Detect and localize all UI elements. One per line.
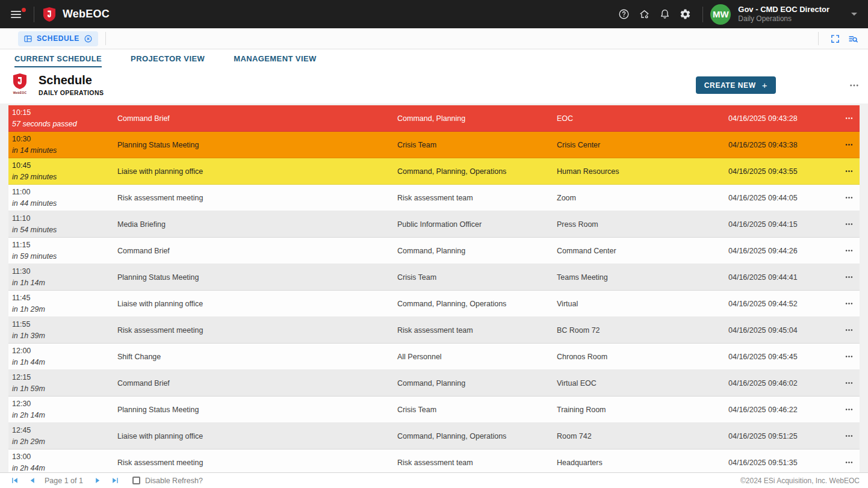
row-location: Chronos Room (557, 353, 728, 361)
webeoc-shield-logo-icon (43, 7, 56, 22)
row-updated-timestamp: 04/16/2025 09:46:02 (728, 379, 838, 388)
row-time: 10:30 (12, 134, 117, 144)
row-teams: Public Information Officer (397, 220, 557, 229)
settings-gear-icon[interactable] (675, 4, 695, 25)
user-menu-caret-icon[interactable] (851, 13, 857, 16)
row-more-options-icon[interactable] (838, 431, 860, 440)
user-info[interactable]: Gov - CMD EOC Director Daily Operations (738, 5, 829, 23)
fullscreen-icon[interactable] (826, 29, 844, 48)
schedule-row[interactable]: 10:30 in 14 minutes Planning Status Meet… (8, 132, 860, 158)
row-more-options-icon[interactable] (838, 273, 860, 282)
board-header: WebEOC Schedule DAILY OPERATIONS CREATE … (0, 67, 868, 103)
row-time: 12:00 (12, 345, 117, 356)
row-more-options-icon[interactable] (838, 352, 860, 361)
tab-current-schedule[interactable]: CURRENT SCHEDULE (14, 49, 102, 67)
row-countdown: in 2h 29m (12, 436, 117, 447)
create-new-button[interactable]: CREATE NEW + (696, 76, 776, 94)
row-more-options-icon[interactable] (838, 326, 860, 335)
row-more-options-icon[interactable] (838, 299, 860, 308)
row-description: Command Brief (117, 114, 397, 123)
row-time: 11:15 (12, 239, 117, 250)
disable-refresh-control[interactable]: Disable Refresh? (132, 477, 203, 485)
schedule-row[interactable]: 12:00 in 1h 44m Shift Change All Personn… (8, 344, 860, 370)
menu-hamburger-button[interactable] (6, 5, 30, 24)
row-more-options-icon[interactable] (838, 220, 860, 229)
row-more-options-icon[interactable] (838, 246, 860, 255)
help-icon[interactable] (613, 4, 634, 25)
app-title: WebEOC (63, 8, 110, 20)
row-updated-timestamp: 04/16/2025 09:51:25 (728, 432, 838, 440)
schedule-row[interactable]: 10:15 57 seconds passed Command Brief Co… (8, 105, 860, 132)
row-countdown: in 54 minutes (12, 224, 117, 235)
row-description: Liaise with planning office (117, 300, 397, 308)
row-time-cell: 11:55 in 1h 39m (12, 319, 117, 341)
schedule-row[interactable]: 11:30 in 1h 14m Planning Status Meeting … (8, 264, 860, 291)
row-teams: Command, Planning (397, 114, 557, 123)
copyright-text: ©2024 ESi Acquisition, Inc. WebEOC (740, 477, 860, 485)
row-description: Planning Status Meeting (117, 141, 397, 149)
board-more-options-icon[interactable] (846, 81, 863, 90)
schedule-row[interactable]: 10:45 in 29 minutes Liaise with planning… (8, 158, 860, 185)
row-more-options-icon[interactable] (838, 458, 860, 467)
schedule-row[interactable]: 11:00 in 44 minutes Risk assessment meet… (8, 185, 860, 211)
tab-projector-view[interactable]: PROJECTOR VIEW (131, 49, 205, 67)
row-location: Room 742 (557, 432, 728, 440)
row-location: Virtual (557, 300, 728, 308)
previous-page-icon[interactable] (28, 477, 36, 484)
schedule-row[interactable]: 11:15 in 59 minutes Command Brief Comman… (8, 238, 860, 264)
plus-icon: + (762, 80, 767, 90)
schedule-row[interactable]: 11:10 in 54 minutes Media Briefing Publi… (8, 211, 860, 238)
row-description: Planning Status Meeting (117, 273, 397, 282)
row-time-cell: 11:15 in 59 minutes (12, 239, 117, 261)
row-teams: Crisis Team (397, 273, 557, 282)
row-teams: Command, Planning (397, 379, 557, 388)
row-teams: Crisis Team (397, 406, 557, 414)
open-boards-tabstrip: SCHEDULE (0, 28, 868, 49)
row-location: Virtual EOC (557, 379, 728, 388)
page-indicator: Page 1 of 1 (45, 477, 83, 485)
disable-refresh-checkbox[interactable] (132, 477, 140, 484)
last-page-icon[interactable] (111, 477, 119, 484)
row-more-options-icon[interactable] (838, 140, 860, 149)
schedule-row[interactable]: 13:00 in 2h 44m Risk assessment meeting … (8, 449, 860, 472)
tab-schedule-label: SCHEDULE (37, 34, 79, 43)
row-location: EOC (557, 114, 728, 123)
schedule-row[interactable]: 12:15 in 1h 59m Command Brief Command, P… (8, 370, 860, 397)
next-page-icon[interactable] (94, 477, 102, 484)
row-more-options-icon[interactable] (838, 167, 860, 176)
row-countdown: in 14 minutes (12, 145, 117, 156)
schedule-row[interactable]: 12:45 in 2h 29m Liaise with planning off… (8, 423, 860, 449)
row-more-options-icon[interactable] (838, 378, 860, 388)
pagination-footer: Page 1 of 1 Disable Refresh? ©2024 ESi A… (0, 472, 868, 488)
user-avatar[interactable]: MW (710, 4, 731, 25)
schedule-row[interactable]: 11:45 in 1h 29m Liaise with planning off… (8, 291, 860, 317)
row-time-cell: 13:00 in 2h 44m (12, 451, 117, 472)
tabstrip-divider (818, 32, 819, 45)
row-time-cell: 11:00 in 44 minutes (12, 187, 117, 208)
row-updated-timestamp: 04/16/2025 09:44:52 (728, 300, 838, 308)
row-location: BC Room 72 (557, 326, 728, 335)
notifications-bell-icon[interactable] (654, 4, 675, 25)
home-settings-icon[interactable] (634, 4, 654, 25)
row-teams: Crisis Team (397, 141, 557, 149)
first-page-icon[interactable] (11, 477, 19, 484)
notification-dot (22, 8, 26, 12)
row-more-options-icon[interactable] (838, 114, 860, 123)
row-countdown: in 44 minutes (12, 198, 117, 209)
row-countdown: 57 seconds passed (12, 119, 117, 129)
create-new-label: CREATE NEW (704, 81, 756, 90)
webeoc-board-logo: WebEOC (11, 73, 29, 94)
search-boards-icon[interactable] (844, 29, 862, 48)
row-time-cell: 11:10 in 54 minutes (12, 213, 117, 235)
tabstrip-divider (105, 32, 106, 45)
schedule-row[interactable]: 12:30 in 2h 14m Planning Status Meeting … (8, 397, 860, 423)
row-time-cell: 10:15 57 seconds passed (12, 107, 117, 129)
row-more-options-icon[interactable] (838, 405, 860, 414)
schedule-table: 10:15 57 seconds passed Command Brief Co… (0, 103, 868, 472)
close-tab-icon[interactable] (84, 34, 93, 43)
tab-management-view[interactable]: MANAGEMENT VIEW (234, 49, 316, 67)
board-icon (23, 34, 33, 43)
row-more-options-icon[interactable] (838, 193, 860, 202)
schedule-row[interactable]: 11:55 in 1h 39m Risk assessment meeting … (8, 317, 860, 344)
tab-schedule[interactable]: SCHEDULE (18, 31, 98, 46)
